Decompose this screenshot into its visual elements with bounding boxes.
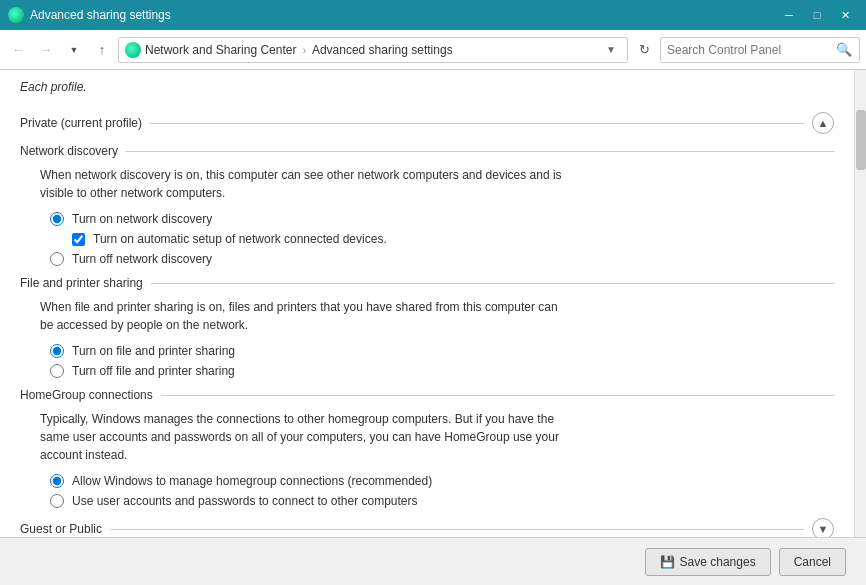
close-button[interactable]: ✕	[832, 5, 858, 25]
homegroup-desc: Typically, Windows manages the connectio…	[40, 410, 834, 464]
radio-allow-windows[interactable]	[50, 474, 64, 488]
network-discovery-line	[126, 151, 834, 152]
radio-item-turn-on-discovery: Turn on network discovery	[50, 212, 834, 226]
private-section-header: Private (current profile) ▲	[20, 112, 834, 134]
radio-turn-off-sharing-label: Turn off file and printer sharing	[72, 364, 235, 378]
network-discovery-title: Network discovery	[20, 144, 118, 158]
cancel-button[interactable]: Cancel	[779, 548, 846, 576]
radio-item-turn-off-sharing: Turn off file and printer sharing	[50, 364, 834, 378]
address-dropdown[interactable]: ▼	[601, 38, 621, 62]
homegroup-header: HomeGroup connections	[20, 388, 834, 402]
search-icon-button[interactable]: 🔍	[835, 41, 853, 59]
breadcrumb-separator: ›	[303, 45, 309, 56]
radio-item-allow-windows: Allow Windows to manage homegroup connec…	[50, 474, 834, 488]
guest-public-section-header: Guest or Public ▼	[20, 518, 834, 537]
radio-turn-off-discovery[interactable]	[50, 252, 64, 266]
content-area: Each profile. Private (current profile) …	[0, 70, 866, 537]
scrollbar-thumb[interactable]	[856, 110, 866, 170]
radio-turn-on-discovery-label: Turn on network discovery	[72, 212, 212, 226]
save-icon: 💾	[660, 555, 675, 569]
footer: 💾 Save changes Cancel	[0, 537, 866, 585]
private-section-chevron[interactable]: ▲	[812, 112, 834, 134]
breadcrumb-sharing[interactable]: Advanced sharing settings	[312, 43, 453, 57]
window-controls: ─ □ ✕	[776, 5, 858, 25]
path-icon	[125, 42, 141, 58]
minimize-button[interactable]: ─	[776, 5, 802, 25]
search-box[interactable]: 🔍	[660, 37, 860, 63]
address-bar: ← → ▼ ↑ Network and Sharing Center › Adv…	[0, 30, 866, 70]
file-printer-desc: When file and printer sharing is on, fil…	[40, 298, 834, 334]
checkbox-auto-setup: Turn on automatic setup of network conne…	[72, 232, 834, 246]
save-changes-button[interactable]: 💾 Save changes	[645, 548, 771, 576]
title-bar: Advanced sharing settings ─ □ ✕	[0, 0, 866, 30]
recent-button[interactable]: ▼	[62, 38, 86, 62]
file-printer-header: File and printer sharing	[20, 276, 834, 290]
private-section-line	[150, 123, 804, 124]
maximize-button[interactable]: □	[804, 5, 830, 25]
radio-allow-windows-label: Allow Windows to manage homegroup connec…	[72, 474, 432, 488]
file-printer-options: Turn on file and printer sharing Turn of…	[50, 344, 834, 378]
radio-item-turn-on-sharing: Turn on file and printer sharing	[50, 344, 834, 358]
back-button[interactable]: ←	[6, 38, 30, 62]
breadcrumb-network[interactable]: Network and Sharing Center	[145, 43, 296, 57]
file-printer-title: File and printer sharing	[20, 276, 143, 290]
homegroup-line	[161, 395, 834, 396]
scrollbar-track[interactable]	[854, 70, 866, 537]
radio-turn-off-discovery-label: Turn off network discovery	[72, 252, 212, 266]
homegroup-options: Allow Windows to manage homegroup connec…	[50, 474, 834, 508]
network-discovery-options: Turn on network discovery Turn on automa…	[50, 212, 834, 266]
radio-use-accounts[interactable]	[50, 494, 64, 508]
window-title: Advanced sharing settings	[30, 8, 776, 22]
network-discovery-desc: When network discovery is on, this compu…	[40, 166, 834, 202]
radio-turn-off-sharing[interactable]	[50, 364, 64, 378]
guest-public-section-line	[110, 529, 804, 530]
file-printer-line	[151, 283, 834, 284]
up-button[interactable]: ↑	[90, 38, 114, 62]
app-icon	[8, 7, 24, 23]
checkbox-auto-setup-label: Turn on automatic setup of network conne…	[93, 232, 387, 246]
main-content: Each profile. Private (current profile) …	[0, 70, 854, 537]
radio-item-turn-off-discovery: Turn off network discovery	[50, 252, 834, 266]
breadcrumb-1: Network and Sharing Center › Advanced sh…	[145, 43, 601, 57]
forward-button[interactable]: →	[34, 38, 58, 62]
save-changes-label: Save changes	[680, 555, 756, 569]
radio-turn-on-sharing-label: Turn on file and printer sharing	[72, 344, 235, 358]
address-path[interactable]: Network and Sharing Center › Advanced sh…	[118, 37, 628, 63]
private-section-title: Private (current profile)	[20, 116, 142, 130]
search-input[interactable]	[667, 43, 835, 57]
each-profile-text: Each profile.	[20, 70, 834, 102]
radio-turn-on-sharing[interactable]	[50, 344, 64, 358]
network-discovery-header: Network discovery	[20, 144, 834, 158]
radio-use-accounts-label: Use user accounts and passwords to conne…	[72, 494, 418, 508]
guest-public-section-chevron[interactable]: ▼	[812, 518, 834, 537]
homegroup-title: HomeGroup connections	[20, 388, 153, 402]
radio-item-use-accounts: Use user accounts and passwords to conne…	[50, 494, 834, 508]
radio-turn-on-discovery[interactable]	[50, 212, 64, 226]
checkbox-auto-setup-input[interactable]	[72, 233, 85, 246]
refresh-button[interactable]: ↻	[632, 38, 656, 62]
guest-public-section-title: Guest or Public	[20, 522, 102, 536]
